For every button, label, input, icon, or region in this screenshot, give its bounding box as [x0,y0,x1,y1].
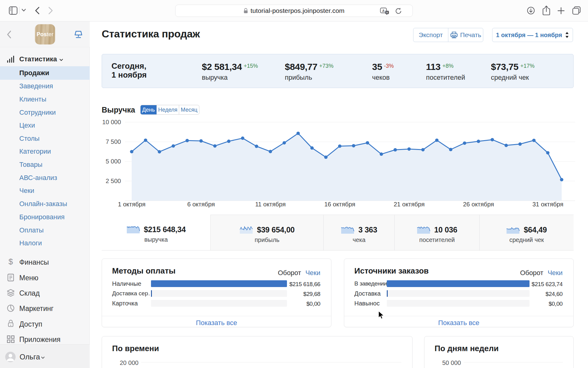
svg-text:×: × [386,11,388,14]
svg-text:21 октября: 21 октября [394,201,424,208]
svg-text:16 октября: 16 октября [324,201,355,208]
svg-text:$: $ [9,258,13,266]
svg-text:5 000: 5 000 [106,158,121,165]
svg-text:A: A [382,9,385,13]
svg-text:26 октября: 26 октября [463,201,494,208]
svg-text:10 000: 10 000 [102,119,121,125]
svg-text:7 500: 7 500 [106,138,121,145]
svg-text:1 октября: 1 октября [118,201,145,208]
svg-text:31 октября: 31 октября [532,201,563,208]
svg-text:6 октября: 6 октября [187,201,215,208]
svg-text:2 500: 2 500 [106,178,121,184]
svg-text:11 октября: 11 октября [255,201,286,208]
